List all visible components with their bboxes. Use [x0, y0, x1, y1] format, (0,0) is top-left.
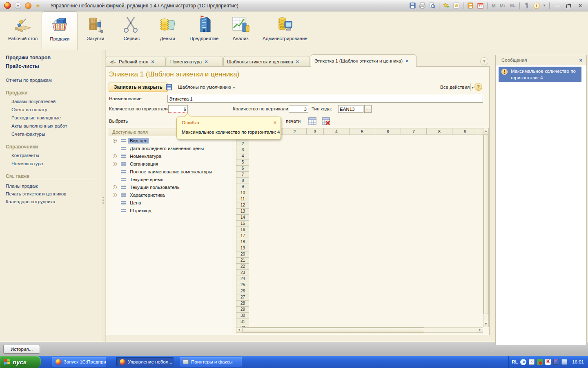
row-header-6[interactable]: 6 [236, 166, 249, 172]
sidebar-item-price-lists[interactable]: Прайс-листы [6, 63, 101, 69]
tray-app-icon[interactable]: × [529, 359, 535, 365]
field-item-3[interactable]: +Организация [109, 160, 232, 168]
print-preview-icon[interactable] [428, 2, 436, 9]
row-header-16[interactable]: 16 [236, 227, 249, 233]
field-item-7[interactable]: +Характеристика [109, 191, 232, 199]
row-header-12[interactable]: 12 [236, 202, 249, 209]
save-icon[interactable] [409, 2, 416, 9]
history-button[interactable]: История... [3, 345, 40, 354]
field-item-5[interactable]: Текущее время [109, 175, 232, 183]
field-item-2[interactable]: +Номенклатура [109, 152, 232, 160]
field-item-8[interactable]: Цена [109, 199, 232, 206]
tab-nomenclature[interactable]: Номенклатура × [167, 56, 223, 67]
row-header-15[interactable]: 15 [236, 221, 249, 227]
memory-store-button[interactable]: M [491, 3, 496, 8]
memory-add-button[interactable]: M+ [499, 3, 507, 8]
sidebar-item-sales-reports[interactable]: Отчеты по продажам [6, 78, 101, 83]
sidebar-item-work-acts[interactable]: Акты выполненных работ [11, 123, 101, 128]
row-header-9[interactable]: 9 [236, 184, 249, 190]
tab-desktop[interactable]: Рабочий стол × [106, 56, 166, 67]
favorites-star-icon[interactable]: ★ [35, 2, 40, 9]
favorites-list-icon[interactable] [452, 2, 460, 9]
tray-collapse-icon[interactable]: ◄ [520, 359, 526, 365]
taskbar-item-1c-launcher[interactable]: Запуск 1С:Предпри... [52, 357, 106, 367]
ribbon-item-sales[interactable]: Продажи [42, 11, 78, 50]
start-button[interactable]: пуск [0, 356, 41, 368]
column-header-4[interactable]: 4 [324, 128, 350, 135]
field-item-9[interactable]: Штрихкод [109, 206, 232, 214]
minimize-button[interactable]: — [553, 2, 562, 9]
sidebar-item-print-labels[interactable]: Печать этикеток и ценников [6, 191, 101, 196]
expand-icon[interactable]: + [113, 193, 117, 197]
tab-close-icon[interactable]: × [151, 59, 154, 64]
vertical-scroll-thumb[interactable] [483, 134, 488, 314]
ribbon-item-money[interactable]: Деньги [149, 11, 185, 50]
code-type-picker-button[interactable]: ... [364, 105, 372, 113]
field-item-4[interactable]: Полное наименование номенклатуры [109, 168, 232, 175]
info-icon[interactable]: i [533, 2, 540, 9]
vertical-scrollbar[interactable]: ▲ ▼ [483, 128, 489, 327]
info-dropdown-arrow-icon[interactable]: ▼ [543, 4, 546, 7]
memory-subtract-button[interactable]: M- [509, 3, 516, 8]
settings-wrench-icon[interactable] [523, 2, 530, 9]
ribbon-item-enterprise[interactable]: Предприятие [185, 11, 223, 50]
restore-button[interactable] [564, 2, 573, 9]
print-icon[interactable] [419, 2, 426, 9]
close-button[interactable]: × [576, 2, 585, 9]
taskbar-item-current-app[interactable]: Управление небол... [116, 357, 174, 367]
quick-access-icon[interactable] [25, 2, 31, 9]
tab-close-icon[interactable]: × [296, 59, 299, 64]
row-header-7[interactable]: 7 [236, 172, 249, 178]
row-header-25[interactable]: 25 [236, 282, 249, 288]
remove-print-area-icon[interactable] [322, 117, 330, 125]
row-header-5[interactable]: 5 [236, 159, 249, 166]
sidebar-item-sales-plans[interactable]: Планы продаж [6, 184, 101, 188]
tabs-overflow-button[interactable]: ▼ [480, 57, 488, 65]
horizontal-scrollbar[interactable]: ◄ ► [236, 327, 483, 333]
tab-close-icon[interactable]: × [405, 58, 409, 63]
error-tooltip-close-icon[interactable]: × [273, 119, 276, 126]
column-header-8[interactable]: 8 [427, 128, 452, 135]
column-header-5[interactable]: 5 [350, 128, 375, 135]
column-header-7[interactable]: 7 [401, 128, 427, 135]
default-templates-menu[interactable]: Шаблоны по умолчанию ▼ [178, 85, 236, 90]
row-header-17[interactable]: 17 [236, 233, 249, 239]
field-item-1[interactable]: Дата последнего изменения цены [109, 144, 232, 152]
sidebar-item-invoices-for-payment[interactable]: Счета на оплату [11, 107, 101, 112]
sidebar-item-vat-invoices[interactable]: Счета-фактуры [11, 132, 101, 137]
help-button[interactable]: ? [474, 83, 482, 91]
column-header-6[interactable]: 6 [375, 128, 401, 135]
tray-antivirus-icon[interactable] [537, 359, 543, 365]
add-favorite-icon[interactable] [443, 2, 450, 9]
column-header-2[interactable]: 2 [283, 128, 307, 135]
row-header-27[interactable]: 27 [236, 294, 249, 301]
language-indicator[interactable]: RL [512, 359, 518, 364]
expand-icon[interactable]: + [113, 185, 117, 189]
ribbon-item-administration[interactable]: Администрирование [258, 11, 312, 50]
tray-network-icon[interactable] [553, 359, 559, 365]
row-header-2[interactable]: 2 [236, 141, 249, 147]
taskbar-item-printers[interactable]: Принтеры и факсы [180, 357, 242, 367]
row-header-20[interactable]: 20 [236, 251, 249, 258]
sidebar-item-nomenclature[interactable]: Номенклатура [11, 161, 101, 166]
horizontal-count-input[interactable] [168, 105, 188, 113]
expand-icon[interactable]: + [113, 162, 117, 166]
row-header-22[interactable]: 22 [236, 264, 249, 270]
row-header-8[interactable]: 8 [236, 178, 249, 184]
name-input[interactable] [167, 95, 483, 103]
sidebar-item-employee-calendar[interactable]: Календарь сотрудника [6, 199, 101, 204]
ribbon-item-desktop[interactable]: Рабочий стол [4, 11, 42, 50]
row-header-18[interactable]: 18 [236, 239, 249, 245]
row-header-11[interactable]: 11 [236, 196, 249, 202]
vertical-count-input[interactable] [289, 105, 308, 113]
row-header-26[interactable]: 26 [236, 288, 249, 294]
save-icon-button[interactable] [165, 83, 173, 91]
horizontal-scroll-thumb[interactable] [242, 328, 424, 332]
all-actions-menu[interactable]: Все действия ▼ [440, 85, 474, 90]
tab-label-1[interactable]: Этикетка 1 (Шаблон этикетки и ценника) × [311, 54, 416, 67]
row-header-30[interactable]: 30 [236, 313, 249, 319]
sidebar-item-counterparties[interactable]: Контрагенты [11, 153, 101, 158]
row-header-29[interactable]: 29 [236, 307, 249, 313]
column-header-9[interactable]: 9 [452, 128, 478, 135]
tray-kaspersky-icon[interactable]: K [545, 359, 551, 365]
